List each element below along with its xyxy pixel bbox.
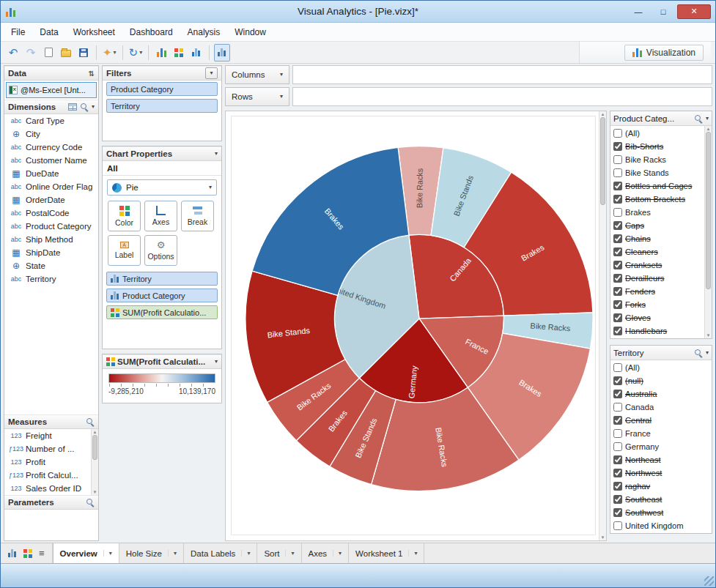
- chevron-down-icon[interactable]: ▾: [241, 550, 250, 557]
- search-icon[interactable]: [86, 498, 95, 507]
- dimension-item-duedate[interactable]: ▦DueDate: [4, 167, 98, 180]
- filter-checkbox[interactable]: [613, 195, 622, 204]
- filter-item-all[interactable]: (All): [610, 361, 712, 374]
- dimension-item-customer-name[interactable]: abcCustomer Name: [4, 154, 98, 167]
- search-icon[interactable]: [86, 417, 95, 426]
- filter-checkbox[interactable]: [613, 455, 622, 464]
- menu-worksheet[interactable]: Worksheet: [66, 23, 122, 41]
- filter-item-central[interactable]: Central: [610, 414, 712, 427]
- list-view-icon[interactable]: ≡: [39, 548, 45, 558]
- filter-checkbox[interactable]: [613, 182, 622, 190]
- dimension-item-shipdate[interactable]: ▦ShipDate: [4, 246, 98, 259]
- menu-file[interactable]: File: [4, 23, 32, 41]
- maximize-button[interactable]: □: [652, 4, 674, 19]
- measure-item-profit[interactable]: 123Profit: [4, 455, 91, 469]
- dimension-item-card-type[interactable]: abcCard Type: [4, 114, 98, 127]
- filter-checkbox[interactable]: [613, 469, 622, 477]
- filter-checkbox[interactable]: [613, 442, 622, 451]
- shelf-pill-territory[interactable]: Territory: [106, 272, 218, 286]
- search-icon[interactable]: [694, 349, 703, 357]
- shelf-pill-product-category[interactable]: Product Category: [106, 289, 218, 302]
- filter-checkbox[interactable]: [613, 313, 622, 322]
- filter-checkbox[interactable]: [613, 403, 622, 412]
- chevron-down-icon[interactable]: ▾: [168, 550, 177, 557]
- filter-checkbox[interactable]: [613, 168, 622, 177]
- menu-window[interactable]: Window: [227, 23, 273, 41]
- refresh-button[interactable]: ↻▾: [128, 44, 144, 62]
- filter-item-bike-stands[interactable]: Bike Stands: [610, 166, 704, 179]
- filter-item-forks[interactable]: Forks: [610, 298, 704, 311]
- scrollbar-thumb[interactable]: [92, 435, 97, 460]
- filter-checkbox[interactable]: [613, 221, 622, 230]
- filter-item-raghav[interactable]: raghav: [610, 480, 712, 493]
- filter-checkbox[interactable]: [613, 521, 622, 530]
- filter-item-australia[interactable]: Australia: [610, 387, 712, 401]
- dimension-item-state[interactable]: ⊕State: [4, 259, 98, 272]
- sort-icon[interactable]: ⇅: [89, 70, 95, 78]
- filter-item-cranksets[interactable]: Cranksets: [610, 258, 704, 272]
- scroll-down-icon[interactable]: ▼: [706, 333, 711, 338]
- dimension-item-territory[interactable]: abcTerritory: [4, 272, 98, 286]
- filters-dropdown-button[interactable]: ▾: [205, 67, 218, 79]
- search-icon[interactable]: [80, 103, 89, 111]
- close-button[interactable]: ✕: [677, 4, 711, 19]
- worksheet-view-icon[interactable]: [8, 549, 17, 557]
- dimension-item-city[interactable]: ⊕City: [4, 127, 98, 141]
- filter-item-derailleurs[interactable]: Derailleurs: [610, 272, 704, 285]
- filter-checkbox[interactable]: [613, 416, 622, 425]
- scroll-up-icon[interactable]: ▲: [93, 430, 97, 434]
- axes-button[interactable]: Axes: [144, 201, 177, 231]
- filter-checkbox[interactable]: [613, 261, 622, 269]
- color-button[interactable]: Color: [108, 201, 141, 231]
- tab-sort[interactable]: Sort▾: [257, 543, 301, 563]
- options-button[interactable]: ⚙Options: [144, 235, 177, 266]
- chart-canvas[interactable]: CanadaFranceGermanyUnited KingdomBike Ra…: [225, 111, 607, 541]
- chevron-down-icon[interactable]: ▾: [706, 350, 709, 356]
- columns-shelf-area[interactable]: [292, 65, 712, 84]
- chevron-down-icon[interactable]: ▾: [333, 550, 342, 557]
- new-worksheet-button[interactable]: [40, 44, 56, 62]
- tab-axes[interactable]: Axes▾: [302, 543, 350, 563]
- filter-checkbox[interactable]: [613, 129, 622, 138]
- save-button[interactable]: [75, 44, 92, 62]
- filter-item-fenders[interactable]: Fenders: [610, 285, 704, 298]
- filter-item-brakes[interactable]: Brakes: [610, 206, 704, 219]
- filter-pill-territory[interactable]: Territory: [106, 99, 218, 113]
- chevron-down-icon[interactable]: ▾: [92, 104, 95, 110]
- filter-checkbox[interactable]: [613, 482, 622, 491]
- filter-item-chains[interactable]: Chains: [610, 232, 704, 245]
- chevron-down-icon[interactable]: ▾: [103, 550, 112, 557]
- filter-checkbox[interactable]: [613, 208, 622, 217]
- measure-item-freight[interactable]: 123Freight: [4, 429, 91, 442]
- filter-item-all[interactable]: (All): [610, 127, 704, 140]
- visualization-button[interactable]: Visualization: [624, 45, 704, 61]
- filter-checkbox[interactable]: [613, 495, 622, 504]
- label-button[interactable]: ALabel: [108, 235, 141, 266]
- dimension-item-orderdate[interactable]: ▦OrderDate: [4, 193, 98, 206]
- filter-item-northeast[interactable]: Northeast: [610, 453, 712, 466]
- filter-item-france[interactable]: France: [610, 427, 712, 440]
- filter-item-southeast[interactable]: Southeast: [610, 493, 712, 506]
- filter-checkbox[interactable]: [613, 142, 622, 151]
- undo-button[interactable]: ↶: [5, 44, 21, 62]
- filter-item-bottom-brackets[interactable]: Bottom Brackets: [610, 193, 704, 206]
- resize-grip[interactable]: [704, 576, 714, 586]
- filter-checkbox[interactable]: [613, 155, 622, 164]
- filter-checkbox[interactable]: [613, 248, 622, 256]
- filter-item-null[interactable]: (null): [610, 374, 712, 387]
- filter-item-united-kingdom[interactable]: United Kingdom: [610, 519, 712, 532]
- dimension-item-postalcode[interactable]: abcPostalCode: [4, 206, 98, 220]
- open-button[interactable]: [58, 44, 74, 62]
- measure-item-profit-calcul[interactable]: ƒ123Profit Calcul...: [4, 469, 91, 482]
- filter-item-cleaners[interactable]: Cleaners: [610, 245, 704, 258]
- chart-type-select[interactable]: Pie ▾: [107, 179, 217, 196]
- chevron-down-icon[interactable]: ▾: [706, 116, 709, 122]
- filter-item-gloves[interactable]: Gloves: [610, 311, 704, 324]
- column-chart-view-button[interactable]: [153, 44, 169, 62]
- menu-data[interactable]: Data: [32, 23, 65, 41]
- tab-hole-size[interactable]: Hole Size▾: [119, 543, 184, 563]
- filter-checkbox[interactable]: [613, 508, 622, 517]
- tab-overview[interactable]: Overview▾: [53, 543, 119, 563]
- scrollbar-thumb[interactable]: [600, 117, 605, 205]
- filter-list-scrollbar[interactable]: ▲▼: [704, 126, 712, 338]
